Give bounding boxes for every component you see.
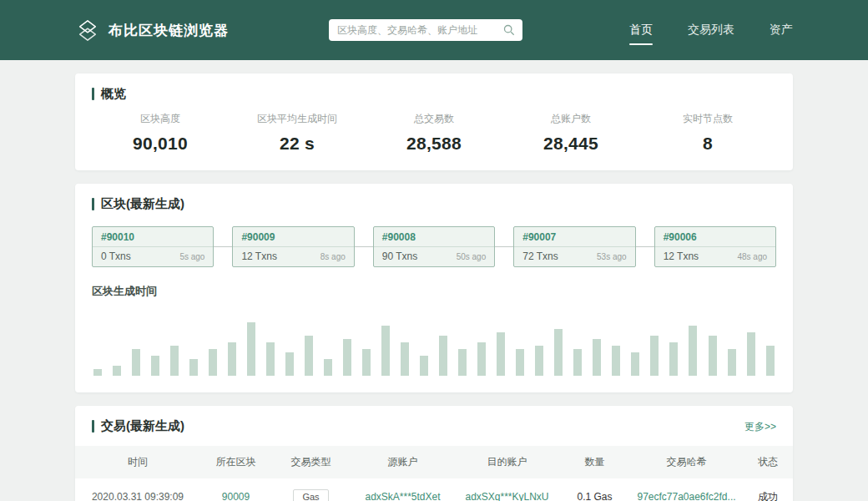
chart-bar [170, 346, 179, 376]
tx-time: 2020.03.31 09:39:09 [75, 478, 200, 501]
block-txns: 12 Txns [241, 250, 276, 262]
nav-item-home[interactable]: 首页 [629, 16, 653, 45]
block-number-link[interactable]: #90010 [93, 227, 213, 247]
stat-value: 22 s [229, 134, 366, 154]
tx-source-link[interactable]: adxSkA***5tdXet [365, 491, 440, 501]
chart-bar [535, 346, 543, 376]
block-connector [636, 246, 654, 247]
chart-bar [285, 352, 294, 376]
stat-label: 区块平均生成时间 [229, 112, 366, 126]
nav-item-transaction-list[interactable]: 交易列表 [688, 16, 734, 45]
tx-type-badge: Gas [293, 489, 328, 501]
tx-dest-link[interactable]: adxSXq***KyLNxU [465, 491, 548, 501]
overview-stats: 区块高度 90,010 区块平均生成时间 22 s 总交易数 28,588 总账… [92, 112, 776, 154]
block-time-chart [92, 309, 776, 376]
block-number-link[interactable]: #90006 [655, 227, 775, 247]
search-input[interactable] [329, 19, 522, 41]
tx-block-link[interactable]: 90009 [222, 491, 250, 501]
block-connector [355, 246, 373, 247]
chart-bar [669, 342, 678, 376]
block-connector [214, 246, 232, 247]
chart-bar [650, 336, 659, 376]
stat-value: 8 [639, 134, 776, 154]
brand: 布比区块链浏览器 [75, 19, 229, 42]
chart-bar [209, 349, 217, 376]
chart-bar [573, 349, 582, 376]
chart-bar [247, 322, 255, 376]
chart-bar [497, 332, 505, 376]
block-card[interactable]: #90009 12 Txns 8s ago [232, 226, 354, 267]
app-header: 布比区块链浏览器 首页 交易列表 资产 [0, 0, 868, 60]
chart-bar [593, 339, 601, 376]
col-header-block: 所在区块 [200, 446, 271, 478]
overview-card: 概览 区块高度 90,010 区块平均生成时间 22 s 总交易数 28,588… [75, 73, 793, 170]
overview-title: 概览 [101, 86, 126, 102]
block-age: 5s ago [179, 252, 204, 261]
tx-amount: 0.1 Gas [559, 478, 630, 501]
col-header-type: 交易类型 [271, 446, 351, 478]
stat-label: 区块高度 [92, 112, 229, 126]
chart-bar [766, 346, 775, 376]
block-card[interactable]: #90010 0 Txns 5s ago [92, 226, 214, 267]
block-txns: 90 Txns [382, 250, 417, 262]
block-txns: 12 Txns [664, 250, 699, 262]
block-card[interactable]: #90008 90 Txns 50s ago [373, 226, 495, 267]
more-link[interactable]: 更多>> [744, 420, 776, 434]
chart-bar [439, 336, 447, 376]
table-row: 2020.03.31 09:39:09 90009 Gas adxSkA***5… [75, 478, 793, 501]
table-header-row: 时间 所在区块 交易类型 源账户 目的账户 数量 交易哈希 状态 [75, 446, 793, 478]
chart-bar [228, 342, 236, 376]
stat-value: 28,445 [502, 134, 639, 154]
brand-logo-icon [75, 19, 100, 42]
tx-hash-link[interactable]: 97ecfc77a0ae6fc2fd... [637, 491, 735, 501]
main-nav: 首页 交易列表 资产 [594, 16, 793, 45]
chart-bar [631, 352, 639, 376]
transactions-title: 交易(最新生成) [101, 418, 184, 434]
chart-bar [324, 359, 332, 376]
chart-bar [420, 356, 428, 376]
stat-value: 28,588 [366, 134, 502, 154]
block-card[interactable]: #90007 72 Txns 53s ago [513, 226, 635, 267]
transactions-table: 时间 所在区块 交易类型 源账户 目的账户 数量 交易哈希 状态 2020.03… [75, 446, 793, 501]
chart-bar [728, 349, 736, 376]
brand-title: 布比区块链浏览器 [108, 21, 229, 40]
block-card[interactable]: #90006 12 Txns 48s ago [654, 226, 776, 267]
col-header-dest: 目的账户 [455, 446, 559, 478]
block-number-link[interactable]: #90009 [233, 227, 353, 247]
block-number-link[interactable]: #90008 [374, 227, 494, 247]
chart-bar [132, 349, 140, 376]
block-age: 50s ago [457, 252, 487, 261]
chart-bar [343, 339, 351, 376]
block-txns: 72 Txns [522, 250, 558, 262]
chart-bar [554, 329, 563, 376]
block-strip: #90010 0 Txns 5s ago #90009 12 Txns 8s a… [92, 226, 776, 267]
col-header-time: 时间 [75, 446, 200, 478]
chart-bar [305, 336, 313, 376]
stat-total-transactions: 总交易数 28,588 [366, 112, 502, 154]
stat-live-nodes: 实时节点数 8 [639, 112, 776, 154]
col-header-amount: 数量 [559, 446, 630, 478]
chart-bar [93, 369, 102, 376]
chart-bar [516, 349, 524, 376]
stat-avg-block-time: 区块平均生成时间 22 s [229, 112, 366, 154]
chart-bar [747, 332, 755, 376]
stat-block-height: 区块高度 90,010 [92, 112, 229, 154]
col-header-status: 状态 [743, 446, 793, 478]
block-number-link[interactable]: #90007 [514, 227, 634, 247]
section-marker [92, 198, 94, 210]
chart-bar [477, 342, 486, 376]
block-age: 8s ago [320, 252, 346, 261]
search-box [329, 19, 522, 41]
blocks-title: 区块(最新生成) [101, 196, 184, 212]
chart-bar [709, 336, 717, 376]
chart-bar [266, 342, 275, 376]
search-icon[interactable] [503, 24, 515, 36]
main-content: 概览 区块高度 90,010 区块平均生成时间 22 s 总交易数 28,588… [0, 60, 868, 501]
block-time-chart-title: 区块生成时间 [92, 284, 776, 299]
latest-transactions-card: 交易(最新生成) 更多>> 时间 所在区块 交易类型 源账户 目的账户 数量 交… [75, 406, 793, 501]
section-marker [92, 420, 94, 433]
latest-blocks-card: 区块(最新生成) #90010 0 Txns 5s ago #90009 12 … [75, 184, 793, 392]
tx-status: 成功 [743, 478, 793, 501]
nav-item-assets[interactable]: 资产 [770, 16, 793, 45]
col-header-source: 源账户 [351, 446, 455, 478]
